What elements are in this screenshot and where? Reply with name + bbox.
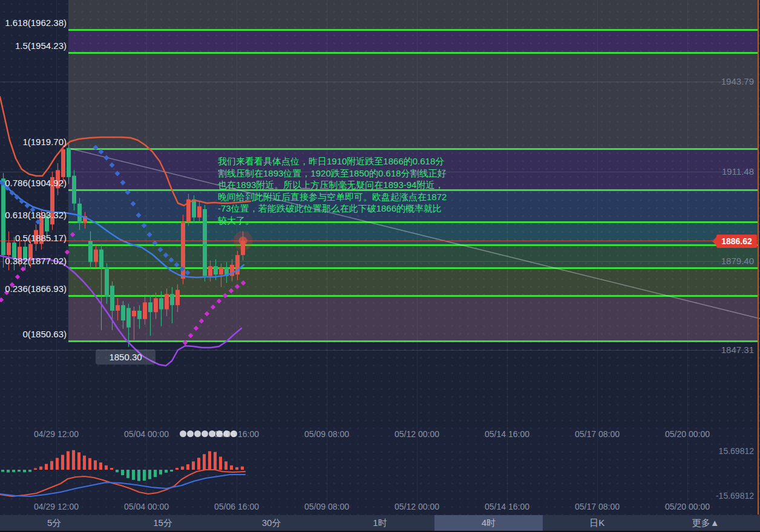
macd-bar bbox=[1, 470, 4, 472]
sar-dot bbox=[199, 319, 204, 323]
macd-bar bbox=[50, 461, 53, 470]
timeframe-tab-7[interactable]: 更多▲ bbox=[652, 515, 760, 531]
candle bbox=[208, 266, 212, 276]
candle bbox=[214, 266, 218, 274]
macd-bar bbox=[116, 470, 119, 472]
candle bbox=[126, 308, 131, 327]
candle bbox=[165, 294, 169, 309]
candle bbox=[203, 209, 207, 276]
annotation-line: 我们来看看具体点位，昨日1910附近跌至1866的0.618分 bbox=[218, 155, 447, 167]
sar-dot bbox=[217, 299, 221, 303]
loading-dot bbox=[194, 430, 201, 437]
x-axis-label: 05/17 08:00 bbox=[575, 499, 620, 514]
sar-dot bbox=[146, 232, 152, 237]
macd-bar bbox=[83, 456, 86, 470]
loading-dot bbox=[187, 430, 194, 437]
macd-bar bbox=[126, 470, 129, 478]
candle bbox=[121, 305, 125, 320]
macd-bar bbox=[99, 462, 102, 470]
fib-level-label: 0.786(1904.92) bbox=[5, 178, 67, 188]
candle bbox=[219, 268, 223, 275]
sar-dot bbox=[109, 162, 114, 167]
sar-dot bbox=[93, 144, 98, 150]
x-axis-label: 05/06 16:00 bbox=[214, 499, 259, 514]
sar-dot bbox=[98, 149, 103, 154]
macd-bar bbox=[137, 470, 140, 481]
annotation-line: 也在1893附近。所以上方压制毫无疑问在1893-94附近， bbox=[218, 179, 447, 191]
macd-bar bbox=[192, 461, 195, 470]
current-price-badge: 1886.62 bbox=[716, 235, 757, 248]
candle bbox=[88, 241, 93, 262]
x-axis-label: 05/12 00:00 bbox=[395, 499, 439, 514]
macd-bar bbox=[241, 467, 244, 470]
x-axis-label: 05/14 16:00 bbox=[485, 499, 529, 514]
macd-bar bbox=[154, 470, 157, 477]
sar-dot bbox=[168, 257, 174, 262]
sar-dot bbox=[194, 326, 198, 331]
sar-dot bbox=[163, 252, 168, 258]
macd-bar bbox=[132, 470, 135, 480]
macd-bar bbox=[170, 470, 173, 472]
sar-dot bbox=[229, 288, 234, 293]
right-edge-cursor-line bbox=[758, 0, 759, 514]
macd-bar bbox=[208, 451, 211, 470]
macd-bar bbox=[110, 468, 113, 470]
timeframe-tab-1[interactable]: 5分 bbox=[0, 515, 108, 531]
sar-dot bbox=[174, 262, 179, 267]
sar-dot bbox=[183, 340, 188, 345]
timeframe-tab-2[interactable]: 15分 bbox=[108, 515, 217, 531]
macd-bar bbox=[197, 458, 200, 470]
chart-annotation-note: 我们来看看具体点位，昨日1910附近跌至1866的0.618分割线压制在1893… bbox=[218, 155, 447, 227]
candle bbox=[105, 268, 109, 297]
candle bbox=[110, 286, 114, 311]
macd-bar bbox=[121, 470, 124, 475]
macd-bar bbox=[186, 464, 189, 470]
candle bbox=[72, 176, 76, 204]
sar-dot bbox=[188, 333, 193, 338]
macd-bar bbox=[67, 451, 70, 470]
low-price-tooltip: 1850.30 bbox=[96, 349, 156, 365]
candle bbox=[148, 302, 152, 312]
candle bbox=[192, 199, 196, 218]
loading-dot bbox=[223, 430, 230, 437]
macd-bar bbox=[23, 470, 26, 472]
timeframe-tab-3[interactable]: 30分 bbox=[217, 515, 326, 531]
fib-level-label: 1.618(1962.38) bbox=[5, 18, 67, 28]
sar-dot bbox=[223, 293, 228, 298]
annotation-line: 晚间给到此附近后直接参与空单即可。欧盘起涨点在1872 bbox=[218, 191, 447, 203]
sar-dot bbox=[136, 212, 141, 218]
candle bbox=[132, 311, 136, 316]
timeframe-tab-4[interactable]: 1时 bbox=[326, 515, 434, 531]
candle bbox=[154, 298, 158, 312]
loading-dot bbox=[231, 430, 237, 437]
candlestick-series bbox=[1, 144, 253, 347]
sar-dot bbox=[141, 222, 146, 228]
sar-dot bbox=[130, 201, 136, 206]
candle bbox=[137, 311, 142, 319]
fib-level-label: 0.618(1893.32) bbox=[5, 210, 67, 220]
loading-dot bbox=[180, 430, 186, 437]
timeframe-tab-5[interactable]: 4时 bbox=[434, 515, 543, 531]
macd-bar bbox=[143, 470, 146, 481]
macd-bar bbox=[214, 452, 217, 470]
macd-bar bbox=[165, 470, 168, 473]
candle bbox=[99, 250, 103, 268]
timeframe-tab-bar: 5分15分30分1时4时日K更多▲ bbox=[0, 515, 760, 531]
sar-dot bbox=[185, 270, 190, 275]
candle bbox=[197, 206, 201, 217]
x-axis-label: 05/20 00:00 bbox=[665, 499, 710, 514]
annotation-line: -73位置，若能跌破此位置那么在此下破1866的概率就比 bbox=[218, 203, 447, 215]
candle bbox=[61, 149, 65, 177]
candle bbox=[159, 298, 163, 309]
sar-dot bbox=[205, 311, 209, 316]
annotation-line: 较大了。 bbox=[218, 215, 447, 227]
sar-dot bbox=[157, 247, 163, 252]
macd-bar bbox=[61, 455, 64, 470]
macd-bar bbox=[105, 465, 108, 470]
macd-bar bbox=[203, 454, 206, 470]
macd-bar bbox=[235, 467, 238, 470]
timeframe-tab-6[interactable]: 日K bbox=[543, 515, 651, 531]
macd-bar bbox=[159, 470, 162, 475]
fib-level-label: 0(1850.63) bbox=[22, 329, 67, 339]
macd-bar bbox=[7, 470, 10, 473]
